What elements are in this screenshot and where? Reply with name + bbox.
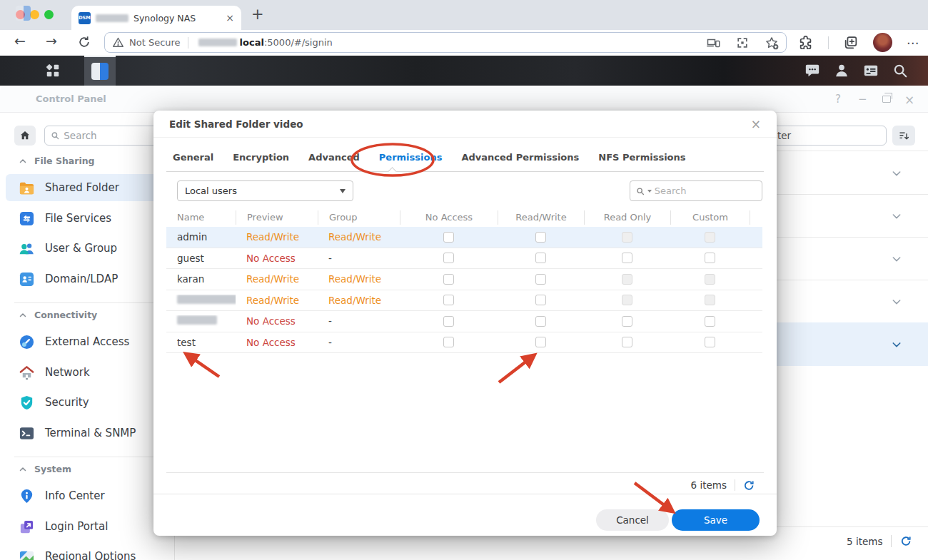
sidebar-search[interactable] bbox=[44, 126, 164, 146]
count-divider bbox=[735, 479, 735, 491]
chevron-down-icon[interactable] bbox=[891, 168, 902, 179]
back-button[interactable]: ← bbox=[14, 33, 26, 49]
sidebar-section-file-sharing[interactable]: File Sharing bbox=[19, 156, 95, 166]
table-row-test[interactable]: test No Access - bbox=[166, 332, 762, 354]
forward-button[interactable]: → bbox=[46, 33, 57, 49]
security-shield-icon bbox=[19, 394, 35, 411]
sidebar-section-connectivity[interactable]: Connectivity bbox=[19, 310, 97, 320]
refresh-icon[interactable] bbox=[900, 535, 912, 547]
address-bar[interactable]: Not Secure local:5000/#/signin bbox=[104, 32, 787, 53]
extensions-icon[interactable] bbox=[798, 35, 814, 51]
close-window-button[interactable]: × bbox=[904, 93, 914, 107]
tab-title: Synology NAS bbox=[133, 13, 196, 24]
cancel-button[interactable]: Cancel bbox=[596, 509, 669, 531]
column-group-permissions[interactable]: Group Permis... bbox=[318, 210, 400, 225]
new-tab-button[interactable]: + bbox=[251, 6, 264, 23]
dialog-close-icon[interactable]: × bbox=[751, 117, 761, 131]
apps-grid-icon[interactable] bbox=[735, 36, 750, 50]
macos-minimize-button[interactable] bbox=[30, 10, 39, 19]
column-name[interactable]: Name bbox=[166, 210, 236, 225]
sidebar-item-file-services[interactable]: File Services bbox=[6, 205, 169, 232]
no-access-checkbox[interactable] bbox=[443, 295, 454, 305]
add-favorite-star-icon[interactable] bbox=[765, 36, 779, 50]
sidebar-item-domain-ldap[interactable]: Domain/LDAP bbox=[6, 265, 169, 292]
chevron-down-icon[interactable] bbox=[891, 339, 902, 350]
sidebar-item-regional-options[interactable]: Regional Options bbox=[6, 543, 169, 560]
reload-button[interactable] bbox=[77, 35, 91, 49]
custom-checkbox[interactable] bbox=[705, 253, 715, 263]
external-access-icon bbox=[19, 334, 35, 350]
sidebar-item-user-group[interactable]: User & Group bbox=[6, 235, 169, 262]
dialog-search[interactable] bbox=[630, 180, 762, 201]
table-row-admin[interactable]: admin Read/Write Read/Write bbox=[166, 227, 762, 248]
table-row-redacted-2[interactable]: No Access - bbox=[166, 311, 762, 332]
search-button[interactable] bbox=[889, 56, 912, 86]
widgets-button[interactable] bbox=[859, 56, 882, 86]
read-write-checkbox[interactable] bbox=[535, 253, 546, 263]
column-read-only[interactable]: Read Only bbox=[584, 210, 670, 225]
read-only-checkbox[interactable] bbox=[622, 337, 632, 347]
maximize-button[interactable] bbox=[882, 96, 891, 103]
read-write-checkbox[interactable] bbox=[535, 295, 546, 305]
no-access-checkbox[interactable] bbox=[443, 316, 454, 327]
sort-button[interactable] bbox=[892, 126, 915, 146]
sidebar-item-network[interactable]: Network bbox=[6, 359, 169, 386]
table-row-guest[interactable]: guest No Access - bbox=[166, 248, 762, 270]
main-menu-button[interactable] bbox=[37, 56, 69, 86]
read-only-checkbox[interactable] bbox=[622, 316, 632, 327]
minimize-button[interactable]: − bbox=[858, 93, 867, 106]
sidebar-section-system[interactable]: System bbox=[19, 464, 71, 474]
user-type-dropdown[interactable]: Local users bbox=[177, 180, 353, 201]
dialog-search-input[interactable] bbox=[655, 185, 756, 196]
tab-close-icon[interactable]: × bbox=[226, 12, 234, 24]
user-menu-button[interactable] bbox=[830, 56, 853, 86]
browser-menu-icon[interactable]: ⋯ bbox=[907, 36, 919, 50]
column-preview[interactable]: Preview bbox=[236, 210, 318, 225]
column-custom[interactable]: Custom bbox=[670, 210, 750, 225]
read-write-checkbox[interactable] bbox=[535, 232, 546, 243]
refresh-icon[interactable] bbox=[743, 479, 755, 492]
sidebar-item-info-center[interactable]: Info Center bbox=[6, 482, 169, 509]
search-options-caret-icon[interactable] bbox=[647, 190, 652, 193]
no-access-checkbox[interactable] bbox=[443, 274, 454, 285]
read-write-checkbox[interactable] bbox=[535, 316, 546, 327]
notifications-button[interactable] bbox=[801, 56, 824, 86]
sidebar-divider bbox=[14, 457, 164, 457]
column-read-write[interactable]: Read/Write bbox=[498, 210, 584, 225]
read-only-checkbox bbox=[622, 274, 632, 285]
url-path: :5000/#/signin bbox=[264, 37, 333, 48]
security-label[interactable]: Not Secure bbox=[129, 37, 181, 48]
sidebar-item-login-portal[interactable]: Login Portal bbox=[6, 513, 169, 540]
read-write-checkbox[interactable] bbox=[535, 274, 546, 285]
network-icon bbox=[19, 365, 35, 381]
table-row-redacted-1[interactable]: Read/Write Read/Write bbox=[166, 290, 762, 312]
sidebar-item-security[interactable]: Security bbox=[6, 389, 169, 416]
help-button[interactable]: ? bbox=[835, 93, 841, 106]
no-access-checkbox[interactable] bbox=[443, 337, 454, 347]
browser-tab[interactable]: DSM Synology NAS × bbox=[71, 6, 241, 30]
macos-fullscreen-button[interactable] bbox=[44, 10, 54, 19]
table-row-karan[interactable]: karan Read/Write Read/Write bbox=[166, 269, 762, 290]
custom-checkbox bbox=[705, 274, 715, 285]
chevron-down-icon[interactable] bbox=[891, 296, 902, 307]
url-host: local bbox=[240, 37, 264, 48]
send-to-devices-icon[interactable] bbox=[706, 36, 720, 50]
save-button[interactable]: Save bbox=[672, 509, 760, 531]
custom-checkbox[interactable] bbox=[705, 316, 715, 327]
chevron-down-icon[interactable] bbox=[891, 253, 902, 265]
home-button[interactable] bbox=[14, 126, 36, 146]
no-access-checkbox[interactable] bbox=[443, 253, 454, 263]
sidebar-item-terminal-snmp[interactable]: Terminal & SNMP bbox=[6, 419, 169, 447]
read-only-checkbox[interactable] bbox=[622, 253, 632, 263]
sidebar-search-input[interactable] bbox=[64, 130, 158, 141]
sidebar-item-external-access[interactable]: External Access bbox=[6, 328, 169, 355]
collections-icon[interactable] bbox=[843, 35, 859, 51]
column-no-access[interactable]: No Access bbox=[400, 210, 498, 225]
browser-profile-avatar[interactable] bbox=[873, 33, 892, 52]
no-access-checkbox[interactable] bbox=[443, 232, 454, 243]
chevron-down-icon[interactable] bbox=[891, 210, 902, 222]
control-panel-taskbar-button[interactable] bbox=[84, 56, 116, 86]
custom-checkbox[interactable] bbox=[705, 337, 715, 347]
sidebar-item-shared-folder[interactable]: Shared Folder bbox=[6, 174, 169, 201]
read-write-checkbox[interactable] bbox=[535, 337, 546, 347]
